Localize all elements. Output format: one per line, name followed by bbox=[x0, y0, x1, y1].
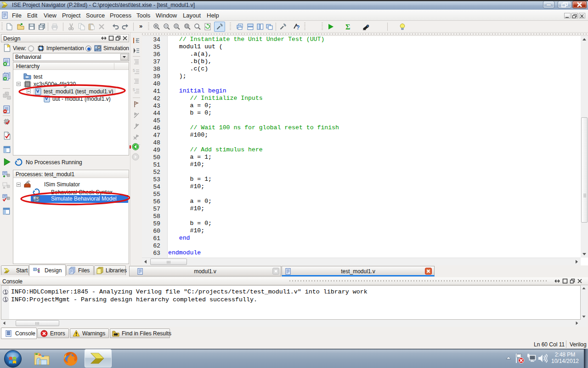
svg-text:Σ: Σ bbox=[345, 23, 350, 30]
svg-text:ISim: ISim bbox=[95, 49, 99, 52]
svg-text:?: ? bbox=[296, 24, 300, 30]
svg-text:5: 5 bbox=[133, 87, 135, 92]
svg-text:5: 5 bbox=[133, 68, 135, 73]
